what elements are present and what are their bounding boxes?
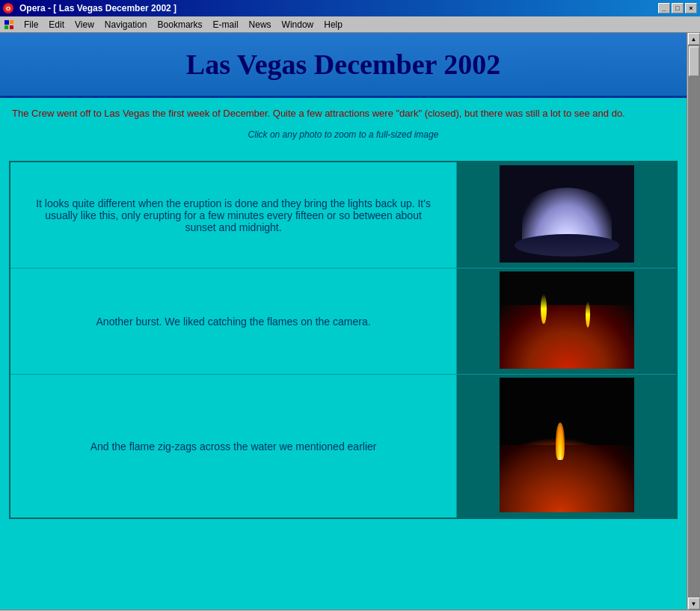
opera-logo: O [3,3,13,13]
table-row: Another burst. We liked catching the fla… [10,268,677,375]
photo-2[interactable] [500,271,634,369]
menu-bookmarks[interactable]: Bookmarks [153,18,207,31]
row-2-image[interactable] [457,268,677,375]
scroll-thumb[interactable] [689,46,699,76]
intro-text: The Crew went off to Las Vegas the first… [12,107,675,120]
menu-window[interactable]: Window [277,18,319,31]
svg-rect-4 [10,25,13,29]
content-area: Las Vegas December 2002 The Crew went of… [0,33,700,610]
menu-help[interactable]: Help [319,18,347,31]
row-1-image[interactable] [457,162,677,268]
menu-file[interactable]: File [19,18,43,31]
page-content: Las Vegas December 2002 The Crew went of… [0,33,687,610]
click-instruction: Click on any photo to zoom to a full-siz… [12,129,675,140]
title-bar-buttons: _ □ × [658,3,697,13]
table-row: And the flame zig-zags across the water … [10,375,677,519]
flame-2 [586,301,590,328]
photo-1[interactable] [500,165,634,262]
volcano-base [500,445,634,512]
volcano-glow [500,305,634,369]
close-button[interactable]: × [685,3,697,13]
menu-bar: File Edit View Navigation Bookmarks E-ma… [0,16,700,33]
page-title: Las Vegas December 2002 [15,48,672,81]
scroll-down-button[interactable]: ▼ [688,598,700,610]
svg-rect-3 [4,25,8,29]
menu-view[interactable]: View [70,18,99,31]
menu-news[interactable]: News [245,18,276,31]
app-icon [3,19,15,31]
flame-1 [541,294,547,324]
row-3-image[interactable] [457,375,677,519]
window-title: Opera - [ Las Vegas December 2002 ] [19,3,176,13]
photo-table: It looks quite different when the erupti… [9,161,678,519]
row-2-text: Another burst. We liked catching the fla… [10,268,457,375]
row-3-text: And the flame zig-zags across the water … [10,375,457,519]
scroll-track[interactable] [688,45,700,598]
table-row: It looks quite different when the erupti… [10,162,677,268]
scroll-up-button[interactable]: ▲ [688,33,700,45]
vertical-scrollbar: ▲ ▼ [687,33,700,610]
svg-rect-1 [4,20,9,25]
intro-section: The Crew went off to Las Vegas the first… [0,98,687,155]
menu-edit[interactable]: Edit [44,18,69,31]
page-header: Las Vegas December 2002 [0,33,687,98]
flame-3 [556,423,565,460]
photo-3[interactable] [500,378,634,512]
bottom-spacer [0,525,687,540]
menu-navigation[interactable]: Navigation [100,18,152,31]
svg-rect-2 [10,20,13,24]
menu-email[interactable]: E-mail [209,18,243,31]
maximize-button[interactable]: □ [672,3,684,13]
row-1-text: It looks quite different when the erupti… [10,162,457,268]
title-bar: O Opera - [ Las Vegas December 2002 ] _ … [0,0,700,16]
minimize-button[interactable]: _ [658,3,670,13]
